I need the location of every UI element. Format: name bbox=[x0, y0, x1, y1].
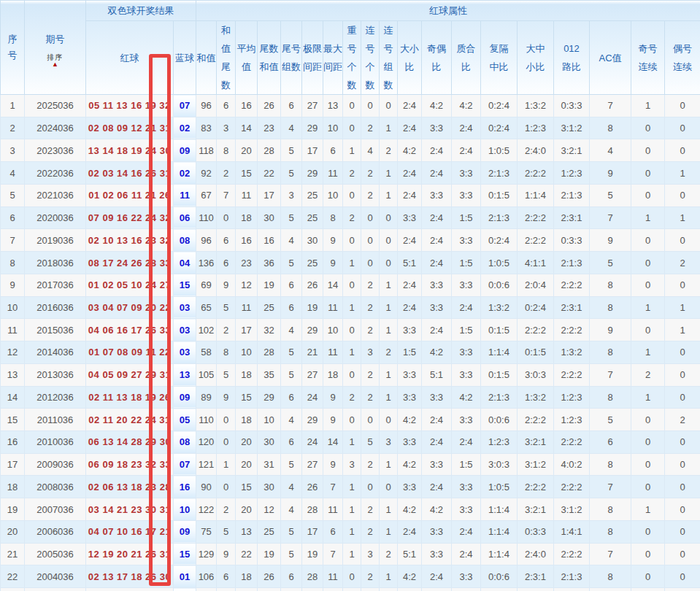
stat-cell-limit-gap: 29 bbox=[302, 162, 323, 185]
stat-cell-limit-gap: 27 bbox=[302, 453, 323, 476]
stat-cell-consecutive-count: 2 bbox=[361, 296, 380, 319]
stat-cell-sum-tail: 5 bbox=[217, 363, 236, 386]
stat-cell-average: 16 bbox=[236, 95, 258, 117]
stat-cell-tail-sum: 17 bbox=[258, 184, 281, 206]
period-cell: 2015036 bbox=[25, 319, 86, 341]
stat-cell-big-small-ratio: 2:4 bbox=[398, 296, 422, 319]
stat-cell-odd-even-ratio: 4:2 bbox=[422, 95, 452, 117]
stat-cell-big-mid-small-ratio: 3:2:1 bbox=[518, 431, 554, 454]
period-cell: 2020036 bbox=[25, 206, 86, 229]
stat-cell-even-consecutive: 2 bbox=[665, 409, 700, 431]
table-row: 5202103601 02 06 11 21 26116771117325100… bbox=[1, 184, 700, 206]
stat-cell-average: 13 bbox=[236, 520, 258, 543]
stat-cell-odd-even-ratio: 4:2 bbox=[422, 588, 452, 591]
col-header-period-sort[interactable]: 期号 排序 ▲ bbox=[25, 1, 86, 95]
stat-cell-consecutive-group-count: 1 bbox=[380, 117, 398, 139]
period-cell: 2023036 bbox=[25, 139, 86, 162]
stat-cell-odd-even-ratio: 5:1 bbox=[422, 363, 452, 386]
col-header-line: 最大 bbox=[323, 39, 342, 58]
stat-cell-sum: 136 bbox=[196, 252, 217, 274]
stat-cell-max-gap: 7 bbox=[323, 476, 343, 498]
stat-cell-limit-gap: 21 bbox=[302, 341, 323, 364]
stat-cell-ac-value: 8 bbox=[590, 498, 631, 521]
stat-cell-limit-gap: 25 bbox=[302, 206, 323, 229]
stat-cell-even-consecutive: 0 bbox=[665, 453, 700, 476]
period-cell: 2024036 bbox=[25, 117, 86, 139]
stat-cell-sum: 122 bbox=[196, 498, 217, 521]
col-header-line: 尾数 bbox=[217, 58, 235, 94]
stat-cell-dup-interval-mid-ratio: 0:0:6 bbox=[481, 274, 518, 296]
stat-cell-dup-interval-mid-ratio: 0:1:5 bbox=[481, 319, 518, 341]
stat-cell-even-consecutive: 0 bbox=[665, 139, 700, 162]
period-cell: 2017036 bbox=[25, 274, 86, 296]
blue-ball-cell: 09 bbox=[174, 139, 196, 162]
stat-cell-big-mid-small-ratio: 2:2:2 bbox=[518, 319, 554, 341]
stat-cell-odd-consecutive: 0 bbox=[631, 184, 665, 206]
col-header-limit-gap: 极限间距 bbox=[302, 21, 323, 95]
col-header-line: 尾数 bbox=[258, 39, 280, 58]
stat-cell-road-012-ratio: 3:1:2 bbox=[554, 498, 590, 521]
stat-cell-odd-consecutive: 0 bbox=[631, 274, 665, 296]
col-header-tail-sum: 尾数和值 bbox=[258, 21, 281, 95]
serial-cell: 15 bbox=[1, 409, 25, 431]
stat-cell-even-consecutive: 0 bbox=[665, 543, 700, 565]
col-header-big-small-ratio: 大小比 bbox=[398, 21, 422, 95]
stat-cell-even-consecutive: 0 bbox=[665, 229, 700, 252]
stat-cell-sum: 120 bbox=[196, 431, 217, 454]
stat-cell-tail-group-count: 6 bbox=[281, 565, 302, 588]
red-balls-cell: 02 11 13 18 19 26 bbox=[86, 386, 174, 409]
table-row: 20200603604 07 10 16 17 2109755132551761… bbox=[1, 520, 700, 543]
col-header-line: 连续 bbox=[631, 58, 664, 76]
stat-cell-consecutive-count: 4 bbox=[361, 588, 380, 591]
stat-cell-tail-group-count: 4 bbox=[281, 476, 302, 498]
table-row: 13201303604 05 09 27 29 3113105518355271… bbox=[1, 363, 700, 386]
blue-ball-cell: 16 bbox=[174, 476, 196, 498]
stat-cell-repeat-count: 0 bbox=[343, 95, 361, 117]
stat-cell-ac-value: 7 bbox=[590, 95, 631, 117]
stat-cell-odd-consecutive: 0 bbox=[631, 565, 665, 588]
serial-cell: 23 bbox=[1, 588, 25, 591]
stat-cell-road-012-ratio: 1:3:2 bbox=[554, 341, 590, 364]
stat-cell-average: 18 bbox=[236, 206, 258, 229]
stat-cell-big-mid-small-ratio: 1:3:2 bbox=[518, 386, 554, 409]
stat-cell-odd-consecutive: 0 bbox=[631, 117, 665, 139]
stat-cell-odd-consecutive: 0 bbox=[631, 476, 665, 498]
stat-cell-ac-value: 9 bbox=[590, 162, 631, 185]
header-group-row: 序 号 期号 排序 ▲ 双色球开奖结果 红球属性 bbox=[1, 1, 700, 21]
table-row: 1202503605 11 13 16 19 32079661626627130… bbox=[1, 95, 700, 117]
stat-cell-ac-value: 7 bbox=[590, 206, 631, 229]
stat-cell-consecutive-count: 5 bbox=[361, 431, 380, 454]
stat-cell-tail-group-count: 4 bbox=[281, 498, 302, 521]
sort-control[interactable]: 排序 ▲ bbox=[25, 53, 85, 67]
stat-cell-average: 12 bbox=[236, 274, 258, 296]
blue-ball-cell: 15 bbox=[174, 588, 196, 591]
red-balls-cell: 02 06 13 18 23 28 bbox=[86, 476, 174, 498]
col-header-line: 极限 bbox=[302, 39, 323, 58]
stat-cell-sum-tail: 2 bbox=[217, 498, 236, 521]
table-row: 21200503612 19 20 21 26 3115129922195197… bbox=[1, 543, 700, 565]
stat-cell-even-consecutive: 0 bbox=[665, 363, 700, 386]
stat-cell-repeat-count: 0 bbox=[343, 274, 361, 296]
stat-cell-average: 22 bbox=[236, 588, 258, 591]
stat-cell-even-consecutive: 0 bbox=[665, 117, 700, 139]
stat-cell-road-012-ratio: 2:2:2 bbox=[554, 363, 590, 386]
stat-cell-even-consecutive: 1 bbox=[665, 319, 700, 341]
stat-cell-tail-sum: 32 bbox=[258, 319, 281, 341]
stat-cell-average: 20 bbox=[236, 498, 258, 521]
red-balls-cell: 05 11 13 16 19 32 bbox=[86, 95, 174, 117]
col-header-consecutive-group-count: 连号组数 bbox=[380, 21, 398, 95]
col-header-tail-group-count: 尾号组数 bbox=[281, 21, 302, 95]
blue-ball-cell: 02 bbox=[174, 117, 196, 139]
stat-cell-max-gap: 9 bbox=[323, 409, 343, 431]
period-cell: 2008036 bbox=[25, 476, 86, 498]
serial-cell: 7 bbox=[1, 229, 25, 252]
stat-cell-max-gap: 11 bbox=[323, 296, 343, 319]
stat-cell-max-gap: 9 bbox=[323, 453, 343, 476]
stat-cell-tail-sum: 30 bbox=[258, 431, 281, 454]
stat-cell-dup-interval-mid-ratio: 1:0:5 bbox=[481, 476, 518, 498]
stat-cell-dup-interval-mid-ratio: 0:0:6 bbox=[481, 588, 518, 591]
stat-cell-even-consecutive: 2 bbox=[665, 252, 700, 274]
col-header-line: 个数 bbox=[361, 58, 379, 94]
stat-cell-ac-value: 7 bbox=[590, 543, 631, 565]
stat-cell-repeat-count: 1 bbox=[343, 476, 361, 498]
